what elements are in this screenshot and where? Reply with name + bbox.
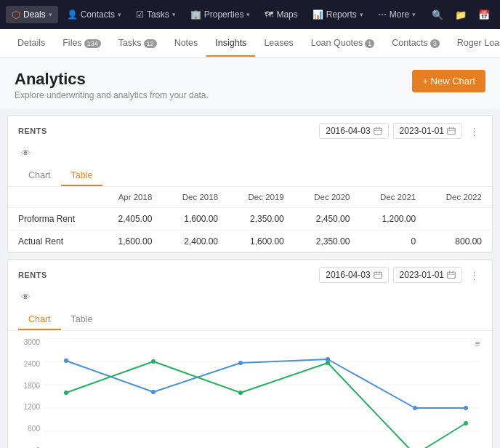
date-from-value: 2016-04-03 (326, 270, 370, 280)
files-badge: 134 (84, 39, 101, 48)
section1-date-from[interactable]: 2016-04-03 (319, 123, 388, 139)
calendar-icon[interactable]: 📅 (474, 7, 494, 23)
cell-actual-dec2018: 2,400.00 (162, 231, 228, 253)
actual-dot (64, 391, 68, 395)
date-to-value: 2023-01-01 (400, 126, 444, 136)
svg-rect-4 (448, 128, 456, 134)
tab-bar: Details Files134 Tasks12 Notes Insights … (0, 29, 500, 58)
nav-contacts[interactable]: 👤 Contacts ▾ (61, 7, 127, 23)
deals-icon: ⬡ (12, 9, 20, 20)
top-nav: ⬡ Deals ▾ 👤 Contacts ▾ ☑ Tasks ▾ 🏢 Prope… (0, 0, 500, 29)
tab-notes[interactable]: Notes (166, 31, 207, 57)
proforma-dot (151, 390, 156, 394)
calendar-icon (447, 271, 456, 279)
calendar-icon (447, 127, 456, 135)
row-proforma-label: Proforma Rent (8, 208, 99, 231)
proforma-dot (64, 359, 68, 363)
cell-proforma-dec2021: 1,200.00 (360, 208, 426, 231)
svg-rect-0 (374, 128, 382, 134)
section2-table-tab[interactable]: Table (61, 310, 103, 330)
section2-more-icon[interactable]: ⋮ (467, 268, 482, 282)
col-dec2021: Dec 2021 (360, 187, 426, 208)
section1-title: RENTS (18, 127, 47, 135)
y-axis: 3000 2400 1800 1200 600 0 (18, 338, 44, 448)
nav-tasks-label: Tasks (147, 9, 169, 20)
section1-chart-tab[interactable]: Chart (18, 166, 61, 186)
tasks-badge: 12 (144, 39, 157, 48)
section2-chart-tab[interactable]: Chart (18, 310, 61, 330)
calendar-icon (374, 127, 382, 135)
section1-subtabs: Chart Table (8, 166, 492, 187)
more-icon: ⋯ (378, 9, 387, 20)
nav-more[interactable]: ⋯ More ▾ (372, 7, 422, 23)
cell-actual-dec2021: 0 (360, 231, 426, 253)
section1-eye-icon[interactable]: 👁 (18, 145, 33, 161)
nav-deals-label: Deals (23, 9, 46, 20)
actual-dot (151, 359, 156, 364)
col-dec2020: Dec 2020 (294, 187, 360, 208)
nav-deals[interactable]: ⬡ Deals ▾ (6, 6, 58, 23)
chevron-down-icon: ▾ (246, 11, 250, 18)
row-actual-label: Actual Rent (8, 231, 99, 253)
cell-proforma-dec2019: 2,350.00 (228, 208, 294, 231)
section1-header: RENTS 2016-04-03 2023-01-01 ⋮ (8, 116, 492, 143)
nav-maps[interactable]: 🗺 Maps (259, 7, 303, 23)
calendar-icon (374, 271, 382, 279)
chart-wrapper: ≡ 3000 2400 1800 1200 600 0 (8, 331, 492, 448)
tab-details[interactable]: Details (9, 31, 54, 57)
table-header-row: Apr 2018 Dec 2018 Dec 2019 Dec 2020 Dec … (8, 187, 492, 208)
cell-actual-dec2022: 800.00 (426, 231, 492, 253)
y-label-600: 600 (28, 425, 40, 433)
actual-dot (326, 361, 330, 365)
tab-files[interactable]: Files134 (54, 31, 109, 57)
proforma-dot (238, 361, 243, 365)
chevron-down-icon: ▾ (360, 11, 363, 18)
actual-dot (464, 421, 468, 425)
y-label-2400: 2400 (24, 360, 40, 368)
contacts-icon: 👤 (67, 9, 78, 20)
section2-subtabs: Chart Table (8, 310, 492, 331)
loan-quotes-badge: 1 (365, 39, 374, 48)
tab-roger-loan[interactable]: Roger Loan (448, 31, 500, 57)
tab-insights[interactable]: Insights (206, 31, 255, 57)
tab-leases[interactable]: Leases (255, 31, 302, 57)
cell-proforma-dec2018: 1,600.00 (162, 208, 228, 231)
section2-eye-icon[interactable]: 👁 (18, 289, 33, 305)
search-icon[interactable]: 🔍 (427, 7, 448, 23)
nav-properties-label: Properties (204, 9, 244, 20)
svg-rect-12 (448, 272, 456, 278)
section1-more-icon[interactable]: ⋮ (467, 124, 482, 138)
cell-proforma-dec2020: 2,450.00 (294, 208, 360, 231)
section2-header: RENTS 2016-04-03 2023-01-01 ⋮ (8, 260, 492, 287)
folder-icon[interactable]: 📁 (451, 7, 471, 23)
chevron-down-icon: ▾ (172, 11, 176, 18)
nav-reports-label: Reports (326, 9, 357, 20)
new-chart-button[interactable]: + New Chart (412, 70, 485, 92)
cell-proforma-apr2018: 2,405.00 (99, 208, 163, 231)
section1-date-to[interactable]: 2023-01-01 (393, 123, 462, 139)
svg-rect-8 (374, 272, 382, 278)
section2-title: RENTS (18, 271, 47, 279)
nav-more-label: More (390, 9, 409, 20)
section1-table-tab[interactable]: Table (61, 166, 103, 186)
tab-tasks[interactable]: Tasks12 (110, 31, 166, 57)
section2-controls: 2016-04-03 2023-01-01 ⋮ (319, 267, 482, 283)
nav-properties[interactable]: 🏢 Properties ▾ (185, 7, 257, 23)
section-rents-table: RENTS 2016-04-03 2023-01-01 ⋮ 👁 Chart Ta… (7, 115, 493, 253)
cell-actual-apr2018: 1,600.00 (99, 231, 163, 253)
nav-reports[interactable]: 📊 Reports ▾ (307, 7, 369, 23)
col-dec2022: Dec 2022 (426, 187, 492, 208)
section2-date-to[interactable]: 2023-01-01 (393, 267, 462, 283)
page-subtitle: Explore underwriting and analytics from … (15, 90, 209, 100)
sigma-icon[interactable]: Σ (497, 7, 500, 23)
actual-line (66, 361, 466, 448)
page-header: Analytics Explore underwriting and analy… (0, 58, 500, 109)
nav-tasks[interactable]: ☑ Tasks ▾ (130, 7, 182, 23)
col-dec2018: Dec 2018 (162, 187, 228, 208)
tab-loan-quotes[interactable]: Loan Quotes1 (302, 31, 384, 57)
col-label (8, 187, 99, 208)
tab-contacts[interactable]: Contacts3 (383, 31, 448, 57)
actual-dot (238, 391, 243, 395)
proforma-dot (413, 406, 417, 410)
section2-date-from[interactable]: 2016-04-03 (319, 267, 388, 283)
